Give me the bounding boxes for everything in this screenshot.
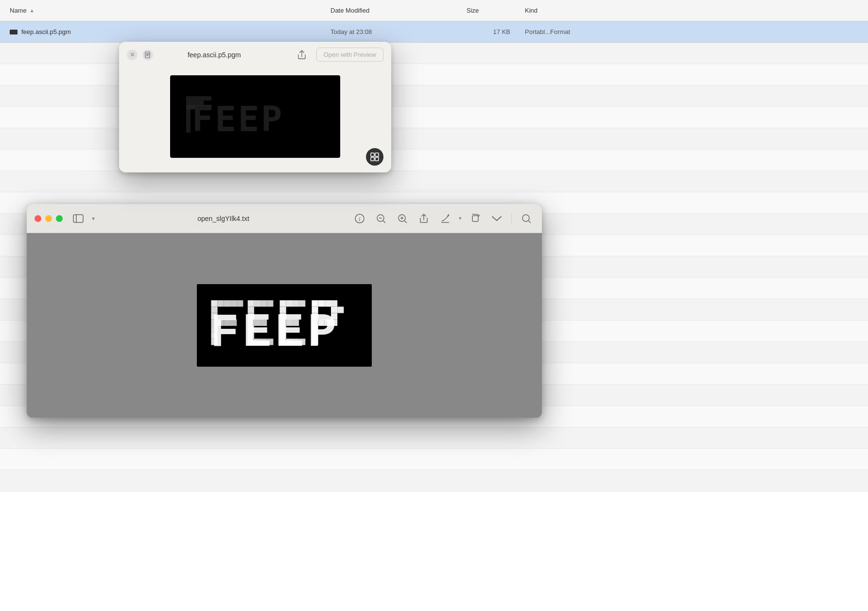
finder-selected-row[interactable]: feep.ascii.p5.pgm Today at 23:08 17 KB P…: [0, 21, 868, 43]
col-name-label: Name: [10, 7, 27, 14]
col-header-name[interactable]: Name ▲: [10, 7, 330, 14]
file-icon: [10, 30, 17, 34]
close-x-icon: ✕: [130, 51, 135, 58]
quicklook-image: FEEP: [170, 75, 340, 158]
svg-rect-16: [375, 157, 379, 161]
window-maximize-button[interactable]: [56, 215, 63, 222]
traffic-lights: [35, 215, 63, 222]
stripe-22: [0, 470, 868, 492]
zoom-out-button[interactable]: [373, 211, 389, 226]
markup-chevron-icon[interactable]: ▾: [459, 215, 462, 221]
window-minimize-button[interactable]: [45, 215, 52, 222]
quicklook-file-icon: [142, 50, 153, 60]
quicklook-expand-button[interactable]: [366, 148, 383, 166]
svg-rect-14: [375, 153, 379, 156]
share-button[interactable]: [416, 211, 432, 226]
preview-filename: open_slgYIlk4.txt: [105, 215, 341, 222]
toolbar-divider: [511, 214, 512, 223]
svg-line-27: [405, 221, 407, 223]
sort-arrow-icon: ▲: [30, 8, 35, 13]
svg-text:i: i: [359, 216, 360, 222]
stripe-21: [0, 449, 868, 470]
svg-text:FEEP: FEEP: [192, 99, 284, 139]
svg-rect-17: [73, 215, 83, 222]
finder-column-header: Name ▲ Date Modified Size Kind: [0, 0, 868, 21]
preview-titlebar: ▾ open_slgYIlk4.txt i: [27, 204, 542, 233]
quicklook-share-button[interactable]: [295, 48, 309, 62]
quicklook-filename: feep.ascii.p5.pgm: [158, 51, 271, 59]
row-kind-cell: Portabl...Format: [525, 28, 858, 35]
rotate-button[interactable]: [468, 211, 483, 226]
markup-button[interactable]: [437, 211, 453, 226]
quicklook-popup: ✕ feep.ascii.p5.pgm Open with Preview: [119, 42, 391, 172]
svg-rect-29: [472, 216, 478, 221]
col-header-date[interactable]: Date Modified: [330, 7, 467, 14]
svg-rect-13: [371, 153, 374, 156]
col-header-kind[interactable]: Kind: [525, 7, 858, 14]
quicklook-close-button[interactable]: ✕: [127, 50, 138, 60]
preview-window: ▾ open_slgYIlk4.txt i: [27, 204, 542, 418]
svg-line-31: [529, 221, 531, 223]
svg-point-30: [522, 215, 529, 221]
quicklook-content: FEEP: [119, 68, 391, 172]
search-button[interactable]: [519, 211, 534, 226]
svg-rect-10: [186, 115, 191, 130]
open-with-preview-button[interactable]: Open with Preview: [316, 48, 383, 62]
col-header-size[interactable]: Size: [467, 7, 525, 14]
zoom-in-button[interactable]: [395, 211, 410, 226]
preview-body: FEEP: [27, 233, 542, 418]
overflow-button[interactable]: [489, 211, 504, 226]
chevron-down-icon[interactable]: ▾: [92, 215, 95, 222]
quicklook-titlebar: ✕ feep.ascii.p5.pgm Open with Preview: [119, 42, 391, 68]
svg-text:FEEP: FEEP: [210, 306, 340, 359]
filename-label: feep.ascii.p5.pgm: [21, 28, 71, 35]
sidebar-toggle-button[interactable]: [70, 211, 86, 226]
window-close-button[interactable]: [35, 215, 41, 222]
svg-line-23: [383, 221, 386, 223]
svg-rect-11: [186, 128, 191, 133]
preview-image: FEEP: [197, 284, 372, 367]
row-size-cell: 17 KB: [467, 28, 525, 35]
stripe-20: [0, 427, 868, 449]
row-date-cell: Today at 23:08: [330, 28, 467, 35]
stripe-8: [0, 171, 868, 192]
info-button[interactable]: i: [352, 211, 367, 226]
row-name-cell: feep.ascii.p5.pgm: [10, 28, 330, 35]
svg-rect-15: [371, 157, 374, 161]
